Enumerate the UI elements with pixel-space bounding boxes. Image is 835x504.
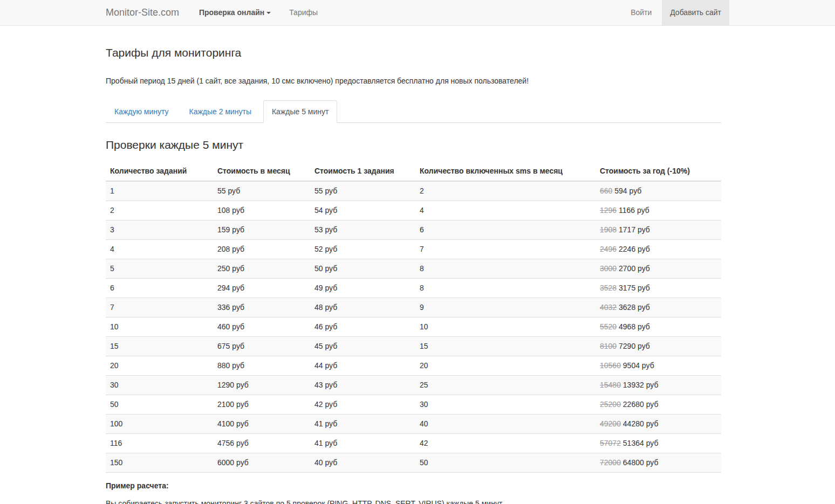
cell-sms-count: 30: [415, 395, 596, 415]
cell-sms-count: 8: [415, 259, 596, 279]
pricing-table: Количество заданий Стоимость в месяц Сто…: [106, 161, 721, 473]
cell-sms-count: 8: [415, 279, 596, 298]
cell-month-price: 55 руб: [213, 181, 310, 201]
year-old-price: 57072: [600, 439, 621, 447]
cell-year-price: 10560 9504 руб: [596, 356, 721, 376]
cell-task-price: 52 руб: [310, 240, 415, 259]
col-header-task-price: Стоимость 1 задания: [310, 161, 415, 181]
cell-sms-count: 9: [415, 298, 596, 317]
cell-task-price: 55 руб: [310, 181, 415, 201]
year-old-price: 3528: [600, 284, 617, 292]
trial-note: Пробный период 15 дней (1 сайт, все зада…: [106, 75, 721, 86]
table-row: 1164756 руб41 руб4257072 51364 руб: [106, 434, 721, 453]
cell-task-count: 100: [106, 415, 213, 434]
col-header-task-count: Количество заданий: [106, 161, 213, 181]
col-header-month-price: Стоимость в месяц: [213, 161, 310, 181]
table-row: 20880 руб44 руб2010560 9504 руб: [106, 356, 721, 376]
cell-task-price: 40 руб: [310, 453, 415, 473]
cell-task-price: 49 руб: [310, 279, 415, 298]
cell-month-price: 336 руб: [213, 298, 310, 317]
cell-month-price: 1290 руб: [213, 376, 310, 395]
navbar: Monitor-Site.com Проверка онлайн Тарифы …: [0, 0, 835, 26]
pricing-table-body: 155 руб55 руб2660 594 руб2108 руб54 руб4…: [106, 181, 721, 473]
cell-task-price: 45 руб: [310, 337, 415, 356]
cell-sms-count: 40: [415, 415, 596, 434]
cell-task-count: 50: [106, 395, 213, 415]
cell-year-price: 57072 51364 руб: [596, 434, 721, 453]
cell-sms-count: 10: [415, 317, 596, 337]
cell-year-price: 49200 44280 руб: [596, 415, 721, 434]
year-old-price: 25200: [600, 400, 621, 409]
year-old-price: 660: [600, 187, 612, 195]
caret-down-icon: [266, 12, 271, 14]
cell-month-price: 4100 руб: [213, 415, 310, 434]
year-old-price: 5520: [600, 322, 617, 331]
cell-year-price: 8100 7290 руб: [596, 337, 721, 356]
navbar-inner: Monitor-Site.com Проверка онлайн Тарифы …: [0, 0, 835, 25]
cell-task-price: 44 руб: [310, 356, 415, 376]
cell-year-price: 3000 2700 руб: [596, 259, 721, 279]
nav-item-check-online-label: Проверка онлайн: [199, 8, 264, 17]
cell-year-price: 25200 22680 руб: [596, 395, 721, 415]
tab-every-2-minutes: Каждые 2 минуты: [181, 100, 261, 123]
cell-sms-count: 6: [415, 220, 596, 240]
pricing-table-header: Количество заданий Стоимость в месяц Сто…: [106, 161, 721, 181]
year-old-price: 8100: [600, 342, 617, 350]
cell-month-price: 675 руб: [213, 337, 310, 356]
brand-link[interactable]: Monitor-Site.com: [106, 0, 179, 25]
nav-item-check-online[interactable]: Проверка онлайн: [191, 0, 279, 25]
cell-sms-count: 20: [415, 356, 596, 376]
cell-month-price: 208 руб: [213, 240, 310, 259]
year-old-price: 10560: [600, 361, 621, 370]
year-old-price: 2496: [600, 245, 617, 253]
year-old-price: 1908: [600, 225, 617, 234]
cell-sms-count: 2: [415, 181, 596, 201]
nav-item-add-site[interactable]: Добавить сайт: [662, 0, 729, 25]
year-old-price: 4032: [600, 303, 617, 312]
cell-task-count: 1: [106, 181, 213, 201]
cell-sms-count: 42: [415, 434, 596, 453]
cell-task-price: 54 руб: [310, 201, 415, 220]
table-row: 502100 руб42 руб3025200 22680 руб: [106, 395, 721, 415]
year-old-price: 15480: [600, 381, 621, 389]
cell-task-price: 46 руб: [310, 317, 415, 337]
cell-year-price: 660 594 руб: [596, 181, 721, 201]
cell-task-count: 116: [106, 434, 213, 453]
cell-sms-count: 25: [415, 376, 596, 395]
col-header-sms-count: Количество включенных sms в месяц: [415, 161, 596, 181]
interval-tabs: Каждую минуту Каждые 2 минуты Каждые 5 м…: [106, 100, 721, 123]
cell-task-price: 41 руб: [310, 434, 415, 453]
cell-sms-count: 50: [415, 453, 596, 473]
cell-sms-count: 4: [415, 201, 596, 220]
table-row: 155 руб55 руб2660 594 руб: [106, 181, 721, 201]
tab-every-5-minutes: Каждые 5 минут: [263, 100, 337, 123]
table-row: 1004100 руб41 руб4049200 44280 руб: [106, 415, 721, 434]
cell-year-price: 1908 1717 руб: [596, 220, 721, 240]
table-row: 5250 руб50 руб83000 2700 руб: [106, 259, 721, 279]
tab-every-minute: Каждую минуту: [106, 100, 177, 123]
cell-task-count: 2: [106, 201, 213, 220]
tab-every-2-minutes-link[interactable]: Каждые 2 минуты: [181, 100, 261, 123]
cell-task-count: 4: [106, 240, 213, 259]
cell-task-count: 150: [106, 453, 213, 473]
example-text: Вы собираетесь запустить мониторинг 3 са…: [106, 498, 721, 504]
nav-item-tariffs[interactable]: Тарифы: [281, 0, 326, 25]
tab-every-5-minutes-link[interactable]: Каждые 5 минут: [263, 100, 337, 123]
tab-every-minute-link[interactable]: Каждую минуту: [106, 100, 177, 123]
nav-item-login[interactable]: Войти: [622, 0, 660, 25]
cell-task-price: 48 руб: [310, 298, 415, 317]
cell-task-price: 53 руб: [310, 220, 415, 240]
cell-task-price: 41 руб: [310, 415, 415, 434]
cell-month-price: 250 руб: [213, 259, 310, 279]
year-old-price: 49200: [600, 419, 621, 428]
cell-month-price: 460 руб: [213, 317, 310, 337]
cell-task-count: 7: [106, 298, 213, 317]
table-row: 7336 руб48 руб94032 3628 руб: [106, 298, 721, 317]
table-row: 6294 руб49 руб83528 3175 руб: [106, 279, 721, 298]
section-title: Проверки каждые 5 минут: [106, 139, 721, 151]
header-row: Количество заданий Стоимость в месяц Сто…: [106, 161, 721, 181]
year-old-price: 72000: [600, 458, 621, 467]
cell-month-price: 294 руб: [213, 279, 310, 298]
cell-month-price: 108 руб: [213, 201, 310, 220]
table-row: 10460 руб46 руб105520 4968 руб: [106, 317, 721, 337]
